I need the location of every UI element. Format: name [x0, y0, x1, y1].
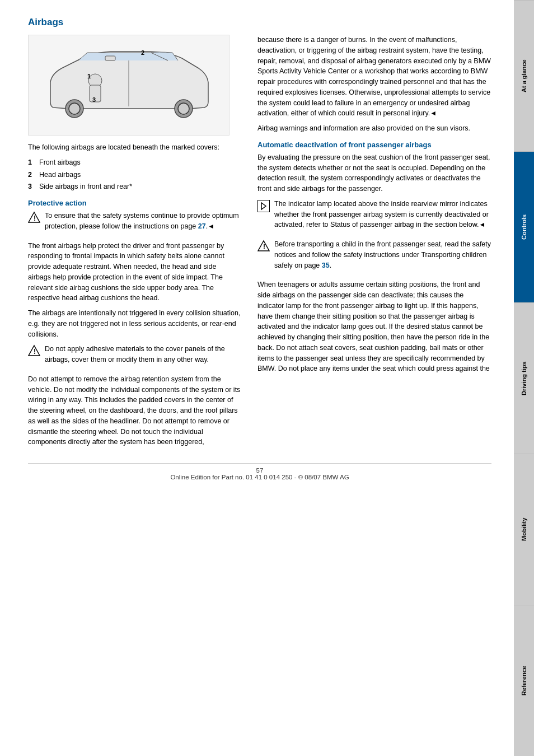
list-item: 3 Side airbags in front and rear*: [28, 181, 241, 192]
svg-rect-6: [105, 56, 115, 60]
sidebar-tab-driving-tips[interactable]: Driving tips: [514, 302, 534, 454]
item-text: Side airbags in front and rear*: [39, 181, 132, 192]
right-column: because there is a danger of burns. In t…: [257, 35, 491, 452]
intro-text: The following airbags are located beneat…: [28, 142, 241, 153]
auto-deact-para: By evaluating the pressure on the seat c…: [257, 152, 491, 194]
page-link-35[interactable]: 35: [322, 262, 330, 269]
auto-deact-title: Automatic deactivation of front passenge…: [257, 141, 491, 149]
svg-point-1: [69, 103, 80, 114]
para-3: Do not attempt to remove the airbag rete…: [28, 374, 241, 447]
indicator-block: The indicator lamp located above the ins…: [257, 199, 491, 235]
page-title: Airbags: [28, 17, 491, 28]
item-num: 3: [28, 181, 36, 192]
footer: 57 Online Edition for Part no. 01 41 0 0…: [28, 463, 491, 480]
indicator-text: The indicator lamp located above the ins…: [274, 199, 491, 230]
airbag-list: 1 Front airbags 2 Head airbags 3 Side ai…: [28, 157, 241, 192]
sidebar-tab-reference[interactable]: Reference: [514, 605, 534, 756]
sidebar-tab-at-a-glance[interactable]: At a glance: [514, 0, 534, 151]
list-item: 2 Head airbags: [28, 170, 241, 180]
right-para-long: When teenagers or adults assume certain …: [257, 279, 491, 374]
warning-block-2: ! Do not apply adhesive materials to the…: [28, 344, 241, 370]
warning-icon-2: !: [28, 344, 40, 357]
warning-icon-1: !: [28, 211, 40, 223]
item-num: 1: [28, 157, 36, 168]
warning-text-2: Do not apply adhesive materials to the c…: [45, 344, 241, 365]
page-number: 57: [256, 467, 264, 474]
warning-text-3: Before transporting a child in the front…: [274, 239, 491, 270]
svg-text:!: !: [34, 348, 36, 356]
protective-action-title: Protective action: [28, 199, 241, 207]
item-text: Front airbags: [39, 157, 81, 168]
car-diagram: 1 2 3: [28, 35, 229, 136]
right-para-2: Airbag warnings and information are also…: [257, 123, 491, 134]
sidebar-tab-controls[interactable]: Controls: [514, 151, 534, 302]
para-1: The front airbags help protect the drive…: [28, 241, 241, 304]
svg-text:!: !: [263, 243, 265, 251]
item-text: Head airbags: [39, 170, 81, 180]
list-item: 1 Front airbags: [28, 157, 241, 168]
sidebar-tab-mobility[interactable]: Mobility: [514, 454, 534, 605]
svg-marker-15: [261, 203, 266, 209]
svg-point-3: [178, 103, 189, 114]
svg-text:2: 2: [141, 49, 144, 56]
para-2: The airbags are intentionally not trigge…: [28, 308, 241, 339]
warning-block-1: ! To ensure that the safety systems cont…: [28, 211, 241, 236]
page-link-27[interactable]: 27: [198, 222, 206, 230]
warning-icon-3: !: [257, 240, 270, 252]
svg-text:1: 1: [87, 73, 91, 80]
right-para-1: because there is a danger of burns. In t…: [257, 35, 491, 119]
left-column: 1 2 3 The following airbags are located …: [28, 35, 241, 452]
warning-block-3: ! Before transporting a child in the fro…: [257, 239, 491, 275]
item-num: 2: [28, 170, 36, 180]
footer-text: Online Edition for Part no. 01 41 0 014 …: [170, 474, 349, 480]
indicator-icon: [257, 200, 270, 212]
warning-text-1: To ensure that the safety systems contin…: [45, 211, 241, 232]
sidebar: At a glance Controls Driving tips Mobili…: [514, 0, 534, 756]
svg-text:!: !: [34, 214, 36, 222]
svg-text:3: 3: [92, 96, 96, 103]
